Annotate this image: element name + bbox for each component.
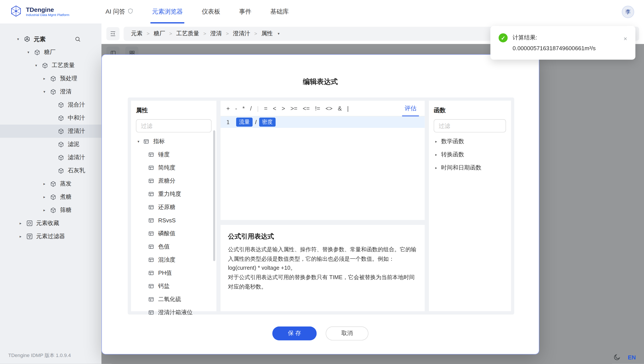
nav-item-ai-qa[interactable]: AI 问答	[106, 0, 133, 24]
attribute-item[interactable]: 钙盐	[136, 280, 212, 293]
expression-input-area[interactable]: 1 流量 / 密度	[220, 116, 425, 220]
operator-button[interactable]: +	[226, 105, 230, 112]
operator-button[interactable]: -	[235, 105, 237, 112]
search-icon[interactable]	[75, 36, 81, 42]
sidebar-collapse-button[interactable]	[106, 27, 120, 40]
attribute-item[interactable]: 还原糖	[136, 201, 212, 214]
nav-item-label: 基础库	[270, 8, 289, 16]
caret-down-icon[interactable]: ▾	[34, 63, 39, 68]
app-subtitle: Industrial Data Mgmt Platform	[26, 13, 69, 17]
caret-right-icon[interactable]: ▸	[42, 77, 47, 81]
cube-icon	[58, 102, 64, 108]
tree-item-neutralized-juice[interactable]: 中和汁	[0, 111, 102, 125]
breadcrumb-item-current[interactable]: 属性	[261, 30, 273, 38]
sidebar-item-element-favorites[interactable]: ▸ 元素收藏	[0, 217, 102, 230]
caret-down-icon[interactable]: ▾	[26, 50, 31, 54]
attribute-item[interactable]: 澄清汁箱液位	[136, 306, 212, 319]
tree-item-lime-milk[interactable]: 石灰乳	[0, 164, 102, 177]
operator-button[interactable]: !=	[315, 105, 320, 112]
tree-item-mixed-juice[interactable]: 混合汁	[0, 98, 102, 111]
attributes-filter-input[interactable]	[136, 119, 212, 132]
attribute-item[interactable]: 锤度	[136, 148, 212, 161]
breadcrumb-separator: >	[146, 31, 150, 37]
code-line-1[interactable]: 1 流量 / 密度	[220, 116, 425, 128]
attribute-item[interactable]: 磷酸值	[136, 227, 212, 240]
app-logo[interactable]: TDengine Industrial Data Mgmt Platform	[10, 0, 70, 24]
breadcrumb-item[interactable]: 元素	[131, 30, 142, 38]
operator-button[interactable]: |	[347, 105, 349, 112]
table-icon	[143, 138, 150, 145]
cube-icon	[58, 167, 64, 174]
user-avatar[interactable]: 李	[622, 6, 634, 18]
help-paragraph: 对于公式引用表达式可用的替换参数只有 TIME，它会被替换为当前本地时间对应的毫…	[228, 273, 417, 292]
attribute-item[interactable]: 混浊度	[136, 253, 212, 266]
functions-filter-input[interactable]	[434, 119, 506, 132]
operator-button[interactable]: /	[250, 105, 252, 112]
table-icon	[148, 191, 155, 197]
attribute-chip-flow[interactable]: 流量	[236, 117, 252, 126]
caret-down-icon[interactable]: ▾	[42, 90, 47, 94]
attribute-item[interactable]: RSvsS	[136, 214, 212, 227]
caret-right-icon[interactable]: ▸	[18, 234, 23, 239]
caret-right-icon[interactable]: ▸	[42, 208, 47, 212]
tree-item-sugar-sieving[interactable]: ▸ 筛糖	[0, 204, 102, 217]
tree-item-clarified-juice[interactable]: 澄清汁	[0, 125, 102, 138]
tree-item-evaporation[interactable]: ▸ 蒸发	[0, 177, 102, 190]
caret-right-icon[interactable]: ▸	[42, 195, 47, 199]
tree-item-clarification[interactable]: ▾ 澄清	[0, 85, 102, 98]
nav-item-events[interactable]: 事件	[239, 0, 252, 24]
breadcrumb-item[interactable]: 澄清	[210, 30, 222, 38]
save-button[interactable]: 保 存	[272, 326, 317, 340]
nav-item-element-browser[interactable]: 元素浏览器	[152, 0, 183, 24]
tree-item-filter-mud[interactable]: 滤泥	[0, 138, 102, 151]
tree-item-pretreatment[interactable]: ▸ 预处理	[0, 72, 102, 85]
attribute-item[interactable]: 蔗糖分	[136, 174, 212, 188]
caret-down-icon[interactable]: ▾	[136, 139, 141, 144]
version-label: TDengine IDMP 版本 1.0.9.4	[0, 347, 102, 364]
operator-button[interactable]: <	[273, 105, 276, 112]
tree-item-sugar-factory[interactable]: ▾ 糖厂	[0, 46, 102, 59]
breadcrumb-item[interactable]: 糖厂	[154, 30, 165, 38]
dark-mode-toggle[interactable]	[613, 354, 620, 361]
caret-right-icon[interactable]: ▸	[42, 182, 47, 186]
breadcrumb-item[interactable]: 澄清汁	[233, 30, 250, 38]
caret-right-icon[interactable]: ▸	[434, 153, 439, 157]
chevron-down-icon[interactable]: ▾	[278, 32, 280, 36]
language-toggle[interactable]: EN	[628, 354, 636, 360]
collection-icon	[26, 220, 33, 227]
attribute-item[interactable]: 色值	[136, 240, 212, 253]
nav-item-dashboard[interactable]: 仪表板	[202, 0, 220, 24]
functions-panel: 函数 ▸ 数学函数 ▸ 转换函数 ▸ 时间和日期函数	[429, 101, 511, 311]
sidebar-item-element-filters[interactable]: ▸ 元素过滤器	[0, 230, 102, 243]
caret-right-icon[interactable]: ▸	[434, 139, 439, 144]
operator-button[interactable]: <=	[303, 105, 310, 112]
function-group-datetime[interactable]: ▸ 时间和日期函数	[434, 161, 506, 174]
evaluate-button[interactable]: 评估	[402, 101, 419, 116]
operator-button[interactable]: *	[242, 105, 245, 112]
operator-button[interactable]: =	[264, 105, 268, 112]
caret-right-icon[interactable]: ▸	[18, 221, 23, 225]
cancel-button[interactable]: 取消	[326, 326, 368, 340]
attribute-item[interactable]: 二氧化硫	[136, 293, 212, 306]
tree-item-sugar-boiling[interactable]: ▸ 煮糖	[0, 190, 102, 204]
operator-button[interactable]: >=	[290, 105, 298, 112]
tree-item-process-quality[interactable]: ▾ 工艺质量	[0, 59, 102, 72]
breadcrumb-item[interactable]: 工艺质量	[176, 30, 199, 38]
attribute-chip-density[interactable]: 密度	[259, 117, 276, 126]
attribute-item[interactable]: 简纯度	[136, 161, 212, 174]
attribute-item[interactable]: 重力纯度	[136, 188, 212, 201]
tree-item-filtered-juice[interactable]: 滤清汁	[0, 151, 102, 164]
close-icon[interactable]: ×	[624, 35, 627, 42]
attribute-group-metrics[interactable]: ▾ 指标	[136, 135, 212, 148]
operator-button[interactable]: >	[282, 105, 285, 112]
nav-item-base-library[interactable]: 基础库	[270, 0, 289, 24]
function-group-conversion[interactable]: ▸ 转换函数	[434, 148, 506, 161]
operator-button[interactable]: &	[338, 105, 342, 112]
sidebar-root-elements[interactable]: ▾ 元素	[0, 33, 102, 46]
caret-down-icon[interactable]: ▾	[16, 37, 20, 41]
attribute-item[interactable]: PH值	[136, 266, 212, 280]
scrollbar[interactable]	[213, 130, 215, 261]
operator-button[interactable]: <>	[326, 105, 332, 112]
caret-right-icon[interactable]: ▸	[434, 166, 439, 170]
function-group-math[interactable]: ▸ 数学函数	[434, 135, 506, 148]
